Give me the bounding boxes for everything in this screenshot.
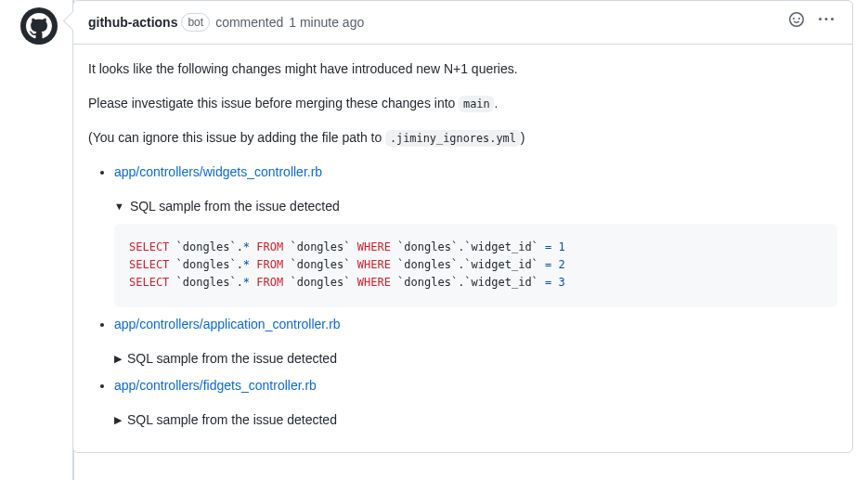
emoji-reaction-button[interactable] (785, 8, 808, 36)
kebab-menu-button[interactable] (815, 8, 837, 36)
summary-text: SQL sample from the issue detected (127, 410, 337, 430)
sql-summary[interactable]: SQL sample from the issue detected (114, 197, 837, 216)
comment-header: github-actions bot commented 1 minute ag… (73, 1, 852, 45)
sql-summary[interactable]: SQL sample from the issue detected (114, 349, 837, 369)
file-link[interactable]: app/controllers/widgets_controller.rb (114, 164, 322, 179)
disclosure-triangle-icon (114, 199, 124, 214)
github-icon (26, 13, 52, 39)
timestamp-link[interactable]: 1 minute ago (289, 13, 364, 32)
kebab-icon (819, 12, 834, 27)
sql-details[interactable]: SQL sample from the issue detectedSELECT… (114, 197, 837, 307)
file-item: app/controllers/fidgets_controller.rbSQL… (114, 376, 837, 430)
summary-text: SQL sample from the issue detected (127, 349, 337, 369)
author-link[interactable]: github-actions (88, 13, 177, 32)
ignore-text: (You can ignore this issue by adding the… (88, 128, 837, 148)
investigate-text: Please investigate this issue before mer… (88, 94, 837, 113)
comment-action: commented (215, 13, 283, 32)
file-list: app/controllers/widgets_controller.rbSQL… (88, 162, 837, 430)
sql-details[interactable]: SQL sample from the issue detected (114, 349, 837, 369)
file-item: app/controllers/widgets_controller.rbSQL… (114, 162, 837, 307)
sql-summary[interactable]: SQL sample from the issue detected (114, 410, 837, 430)
file-item: app/controllers/application_controller.r… (114, 315, 837, 369)
branch-code: main (459, 96, 494, 113)
summary-text: SQL sample from the issue detected (130, 197, 340, 216)
sql-code-block: SELECT `dongles`.* FROM `dongles` WHERE … (114, 224, 837, 307)
bot-badge: bot (181, 13, 210, 32)
intro-text: It looks like the following changes migh… (88, 59, 837, 79)
avatar[interactable] (20, 7, 58, 45)
file-link[interactable]: app/controllers/application_controller.r… (114, 317, 341, 331)
disclosure-triangle-icon (114, 412, 122, 428)
smiley-icon (789, 12, 804, 27)
comment-box: github-actions bot commented 1 minute ag… (72, 0, 853, 453)
ignore-file-code: .jiminy_ignores.yml (385, 130, 521, 148)
disclosure-triangle-icon (114, 351, 122, 367)
comment-body: It looks like the following changes migh… (73, 45, 852, 452)
file-link[interactable]: app/controllers/fidgets_controller.rb (114, 378, 317, 393)
sql-details[interactable]: SQL sample from the issue detected (114, 410, 837, 430)
